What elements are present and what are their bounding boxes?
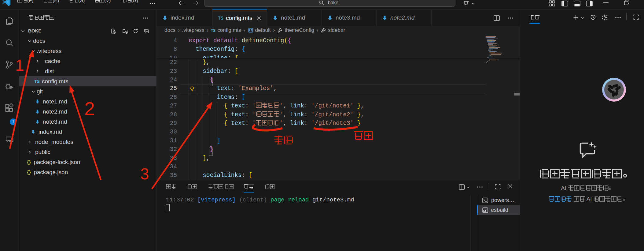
svg-text:2: 2 xyxy=(84,98,95,119)
svg-text:1: 1 xyxy=(15,56,24,74)
svg-text:3: 3 xyxy=(140,165,149,183)
